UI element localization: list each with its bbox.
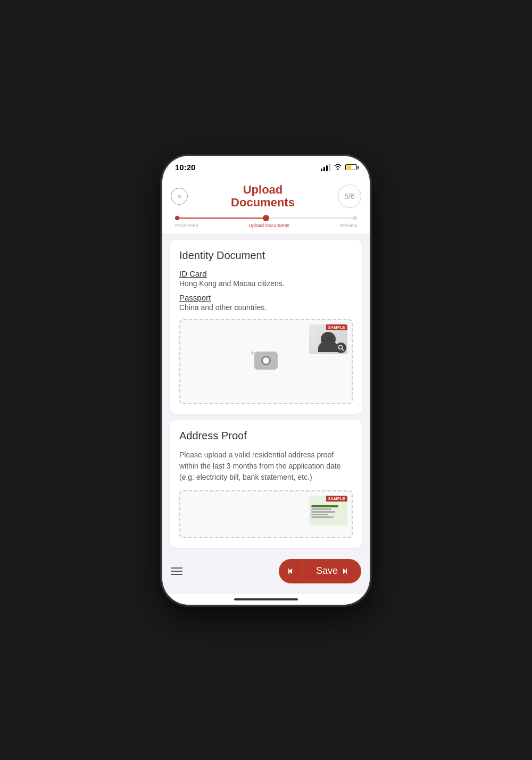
step-badge: 5/6 (338, 185, 361, 208)
title-line2: Documents (188, 196, 338, 209)
id-card-desc: Hong Kong and Macau citizens. (179, 279, 353, 288)
progress-track (175, 218, 357, 219)
menu-button[interactable] (171, 567, 182, 575)
save-label: Save (316, 565, 338, 577)
menu-line-1 (171, 567, 182, 569)
save-button[interactable]: Save (303, 559, 361, 583)
address-sample-thumbnail: SAMPLE (309, 496, 347, 525)
identity-sample-thumbnail: SAMPLE (309, 324, 347, 354)
progress-label-3: Preview (340, 223, 357, 228)
identity-document-card: Identity Document ID Card Hong Kong and … (170, 240, 362, 414)
menu-line-3 (171, 574, 182, 575)
header-top: × Upload Documents 5/6 (171, 183, 361, 209)
identity-upload-area[interactable]: SAMPLE (179, 319, 353, 404)
menu-line-2 (171, 571, 182, 572)
address-doc-inner: SAMPLE (309, 496, 347, 525)
home-bar (234, 598, 298, 600)
home-indicator (162, 594, 370, 605)
save-button-container: Save (279, 559, 361, 583)
upload-camera-area: + (254, 352, 278, 372)
bar4 (329, 164, 330, 171)
progress-node-1 (175, 216, 179, 220)
progress-nodes (175, 215, 357, 221)
passport-desc: China and other countries. (179, 303, 353, 312)
svg-rect-5 (346, 569, 347, 574)
address-line-1 (311, 505, 338, 507)
address-proof-card: Address Proof Please upload a valid resi… (170, 420, 362, 548)
status-bar: 10:20 (162, 156, 370, 179)
close-button[interactable]: × (171, 188, 188, 205)
title-line1: Upload (188, 183, 338, 196)
magnify-icon (336, 343, 346, 353)
progress-node-2 (263, 215, 269, 221)
page-title: Upload Documents (188, 183, 338, 209)
address-line-4 (311, 514, 328, 515)
address-upload-area[interactable]: SAMPLE (179, 490, 353, 538)
camera-lens (261, 356, 271, 365)
header: × Upload Documents 5/6 (162, 179, 370, 233)
progress-labels: Price Feed Upload Documents Preview (175, 223, 357, 228)
address-card-desc: Please upload a valid residential addres… (179, 449, 353, 483)
bar1 (321, 169, 322, 171)
back-button[interactable] (279, 559, 303, 583)
camera-icon-wrap: + (254, 352, 278, 370)
svg-rect-3 (288, 569, 289, 574)
phone-screen: 10:20 (162, 156, 370, 605)
address-line-5 (311, 516, 334, 518)
progress-label-2: Upload Documents (248, 223, 289, 228)
bottom-bar: Save (162, 554, 370, 594)
bar3 (326, 165, 328, 171)
address-line-3 (311, 511, 335, 513)
status-time: 10:20 (175, 163, 195, 172)
address-sample-banner: SAMPLE (326, 496, 347, 502)
address-card-title: Address Proof (179, 430, 353, 442)
signal-bars-icon (321, 164, 330, 171)
sample-thumb-inner: SAMPLE (309, 324, 347, 354)
bar2 (323, 167, 325, 171)
close-icon: × (177, 192, 181, 201)
camera-body-icon (254, 352, 278, 370)
address-line-2 (311, 508, 331, 510)
scroll-content: Identity Document ID Card Hong Kong and … (162, 233, 370, 554)
passport-type: Passport China and other countries. (179, 293, 353, 312)
progress-node-3 (353, 216, 357, 220)
phone-frame: 10:20 (162, 156, 370, 605)
progress-bar: Price Feed Upload Documents Preview (171, 212, 361, 233)
id-card-label: ID Card (179, 269, 353, 278)
wifi-icon (334, 163, 342, 171)
status-icons (321, 163, 357, 171)
identity-card-title: Identity Document (179, 249, 353, 262)
battery-fill (346, 165, 351, 169)
battery-icon (345, 164, 357, 170)
progress-label-1: Price Feed (175, 223, 198, 228)
id-card-type: ID Card Hong Kong and Macau citizens. (179, 269, 353, 288)
svg-line-1 (342, 349, 344, 350)
passport-label: Passport (179, 293, 353, 302)
svg-point-0 (339, 345, 343, 349)
